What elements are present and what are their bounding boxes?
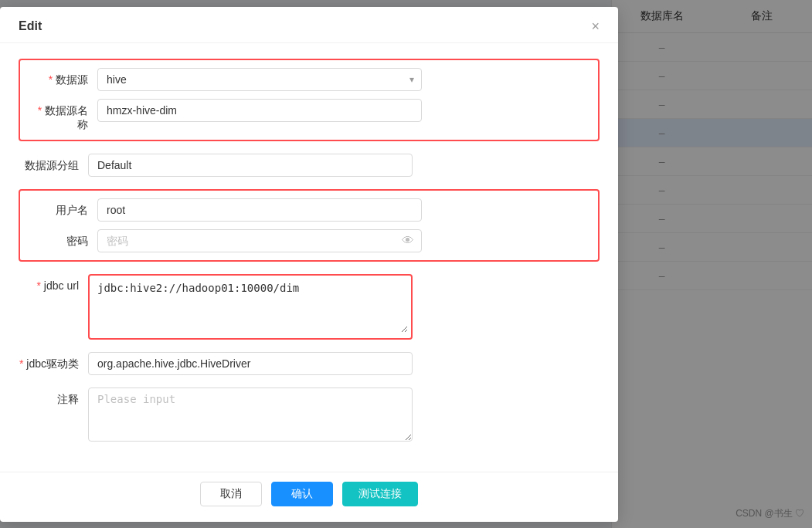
password-input[interactable] — [97, 229, 422, 252]
jdbc-url-label: jdbc url — [19, 274, 88, 292]
comment-input[interactable] — [88, 388, 413, 442]
datasource-label: 数据源 — [28, 68, 97, 87]
username-wrapper — [97, 198, 422, 222]
confirm-button[interactable]: 确认 — [271, 482, 333, 506]
close-button[interactable]: × — [591, 19, 600, 33]
datasource-group-input[interactable] — [88, 154, 413, 177]
comment-wrapper — [88, 388, 413, 444]
auth-group-box: 用户名 密码 👁 — [19, 189, 600, 262]
comment-field: 注释 — [19, 388, 600, 444]
jdbc-driver-wrapper — [88, 352, 413, 375]
datasource-name-wrapper — [97, 99, 422, 122]
datasource-name-input[interactable] — [97, 99, 422, 122]
password-input-wrapper: 👁 — [97, 229, 422, 252]
username-label: 用户名 — [28, 198, 97, 218]
datasource-group-label: 数据源分组 — [19, 154, 88, 173]
modal-header: Edit × — [0, 7, 618, 43]
datasource-group-field: 数据源分组 — [19, 154, 600, 177]
jdbc-url-wrapper — [88, 274, 413, 340]
datasource-select-container: hive mysql postgresql oracle ▾ — [97, 68, 422, 91]
password-wrapper: 👁 — [97, 229, 422, 252]
modal-overlay: Edit × 数据源 hive mysql postgresql — [0, 0, 812, 528]
username-input[interactable] — [97, 198, 422, 222]
password-field: 密码 👁 — [28, 229, 590, 252]
password-label: 密码 — [28, 229, 97, 249]
jdbc-url-input[interactable] — [93, 279, 408, 333]
datasource-group-wrapper — [88, 154, 413, 177]
modal-body: 数据源 hive mysql postgresql oracle ▾ — [0, 43, 618, 472]
datasource-select-wrapper: hive mysql postgresql oracle ▾ — [97, 68, 422, 91]
eye-icon[interactable]: 👁 — [402, 234, 414, 248]
jdbc-driver-label: jdbc驱动类 — [19, 352, 88, 371]
datasource-field: 数据源 hive mysql postgresql oracle ▾ — [28, 68, 590, 91]
modal-title: Edit — [19, 19, 42, 33]
username-field: 用户名 — [28, 198, 590, 222]
comment-label: 注释 — [19, 388, 88, 407]
datasource-name-label: 数据源名称 — [28, 99, 97, 132]
modal-footer: 取消 确认 测试连接 — [0, 472, 618, 522]
test-connection-button[interactable]: 测试连接 — [342, 482, 418, 506]
jdbc-driver-field: jdbc驱动类 — [19, 352, 600, 375]
datasource-name-field: 数据源名称 — [28, 99, 590, 132]
jdbc-url-field: jdbc url — [19, 274, 600, 340]
datasource-select[interactable]: hive mysql postgresql oracle — [97, 68, 422, 91]
cancel-button[interactable]: 取消 — [200, 482, 262, 506]
datasource-group-box: 数据源 hive mysql postgresql oracle ▾ — [19, 59, 600, 141]
jdbc-driver-input[interactable] — [88, 352, 413, 375]
edit-modal: Edit × 数据源 hive mysql postgresql — [0, 7, 618, 522]
